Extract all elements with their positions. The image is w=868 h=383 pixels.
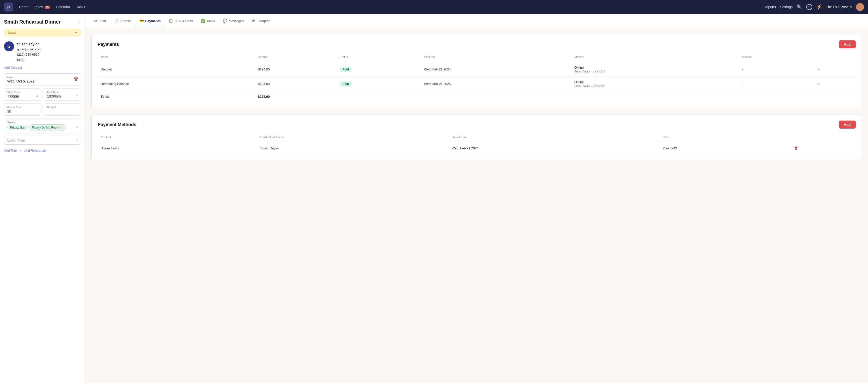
add-payment-button[interactable]: Add: [839, 40, 856, 48]
tab-email[interactable]: ✉ Email: [90, 17, 110, 25]
col-card: Card: [660, 134, 791, 142]
chevron-down-icon: ▾: [75, 31, 77, 34]
payments-card: Payments Add Name Amount Status Paid On …: [91, 34, 862, 108]
nav-inbox[interactable]: Inbox 65: [34, 5, 50, 9]
calendar-icon: 📅: [73, 77, 78, 82]
payment-methods-header: Payment Methods Add: [98, 120, 856, 129]
payments-title: Payments: [98, 42, 119, 47]
nav-tasks[interactable]: Tasks: [76, 5, 85, 9]
end-time-value: 10:00pm: [47, 94, 61, 98]
tab-content: Payments Add Name Amount Status Paid On …: [85, 28, 868, 172]
beo-icon: 📋: [169, 19, 173, 23]
pm-date-added: Wed, Feb 21 2024: [449, 142, 660, 154]
payment-reason: -: [739, 77, 814, 91]
payments-header: Payments Add: [98, 40, 856, 48]
top-navigation: p Home Inbox 65 Calendar Tasks Reports S…: [0, 0, 868, 14]
user-avatar[interactable]: [856, 3, 864, 11]
edit-icon: ✏: [817, 82, 820, 86]
nav-home[interactable]: Home: [19, 5, 28, 9]
event-type-value: Event Type: [7, 138, 25, 142]
contact-info: Susan Taylor gina@gmail.com (216) 533-96…: [17, 41, 41, 63]
tab-beo[interactable]: 📋 BEO & Docs: [165, 17, 196, 25]
add-tour-link[interactable]: Add Tour: [4, 149, 17, 152]
payment-amount: $124.00: [255, 62, 337, 77]
payment-reason: -: [739, 62, 814, 77]
chevron-down-icon: ▾: [37, 95, 38, 98]
sidebar-footer: Add Tour • Add Rehearsal: [4, 149, 81, 152]
contact-email: gina@gmail.com: [17, 47, 41, 52]
main-content: ✉ Email 📄 Propsal 💳 Payments 📋 BEO & Doc…: [85, 14, 868, 383]
date-field[interactable]: Date Wed, Oct 6, 2022 📅: [4, 73, 81, 85]
add-payment-method-button[interactable]: Add: [839, 120, 856, 129]
tasks-icon: ✅: [201, 19, 205, 23]
budget-field[interactable]: Budget: [44, 104, 81, 115]
event-sidebar: Smith Rehearsal Dinner ⋮ Lead ▾ G Susan …: [0, 14, 85, 383]
contact-name: Susan Taylor: [17, 41, 41, 47]
messages-icon: 💬: [223, 19, 227, 23]
contact-row: G Susan Taylor gina@gmail.com (216) 533-…: [4, 41, 81, 63]
payment-amount: $124.00: [255, 77, 337, 91]
tab-floorplan[interactable]: 🗺 Floorplan: [248, 17, 274, 25]
sidebar-menu-icon[interactable]: ⋮: [76, 19, 81, 25]
tab-messages[interactable]: 💬 Messages: [219, 17, 247, 25]
table-row: Remaining Balance $124.00 Paid Wed, Mar …: [98, 77, 856, 91]
space-field[interactable]: Space Private Bar Family Dining Room ⓘ ▾: [4, 118, 81, 133]
pm-contact: Susan Taylor: [98, 142, 257, 154]
delete-payment-method-button[interactable]: 🗑: [791, 142, 856, 154]
add-rehearsal-link[interactable]: Add Rehearsal: [24, 149, 46, 152]
space-label: Space: [7, 121, 78, 124]
trash-icon: 🗑: [794, 146, 798, 150]
chevron-down-icon: ▾: [76, 95, 78, 98]
tab-proposal[interactable]: 📄 Propsal: [111, 17, 135, 25]
payment-status: Paid: [337, 62, 421, 77]
payment-methods-card: Payment Methods Add Contact Cardholder N…: [91, 114, 862, 160]
email-icon: ✉: [94, 19, 97, 23]
group-size-label: Group Size: [7, 106, 38, 109]
tab-tasks[interactable]: ✅ Tasks: [197, 17, 218, 25]
payment-paid-on: Wed, Feb 21 2024: [421, 62, 571, 77]
chevron-down-icon: ▾: [76, 126, 78, 129]
tabs-bar: ✉ Email 📄 Propsal 💳 Payments 📋 BEO & Doc…: [85, 14, 868, 28]
date-label: Date: [7, 76, 78, 79]
payment-methods-table: Contact Cardholder Name Date Added Card …: [98, 134, 856, 154]
group-size-value: 30: [7, 109, 38, 113]
table-row: Deposit $124.00 Paid Wed, Feb 21 2024 On…: [98, 62, 856, 77]
search-icon[interactable]: 🔍: [797, 4, 802, 10]
payments-icon: 💳: [140, 19, 144, 23]
table-row: Susan Taylor Susan Taylor Wed, Feb 21 20…: [98, 142, 856, 154]
end-time-field[interactable]: End Time 10:00pm ▾: [44, 89, 81, 101]
col-contact: Contact: [98, 134, 257, 142]
inbox-badge: 65: [45, 6, 50, 9]
bolt-icon[interactable]: ⚡: [816, 4, 822, 10]
contact-avatar: G: [4, 41, 14, 51]
nav-reports[interactable]: Reports: [764, 5, 776, 9]
info-icon: ⓘ: [60, 125, 63, 129]
group-size-field[interactable]: Group Size 30: [4, 104, 41, 115]
tab-payments[interactable]: 💳 Payments: [136, 17, 164, 25]
pm-cardholder: Susan Taylor: [257, 142, 449, 154]
contact-phone: (216) 533-9660: [17, 52, 41, 58]
lead-status-badge[interactable]: Lead ▾: [4, 29, 81, 36]
edit-payment-button[interactable]: ✏: [814, 62, 856, 77]
chevron-down-icon: ▾: [76, 139, 78, 142]
start-time-value: 7:00pm: [7, 94, 19, 98]
nav-links: Home Inbox 65 Calendar Tasks: [19, 5, 757, 9]
col-paid-on: Paid On: [421, 54, 571, 62]
nav-settings[interactable]: Settings: [780, 5, 793, 9]
col-date-added: Date Added: [449, 134, 660, 142]
payment-methods-title: Payment Methods: [98, 122, 136, 127]
venue-selector[interactable]: The Lola Rose ▾: [826, 5, 852, 9]
add-contact-link[interactable]: Add Contact: [4, 66, 81, 69]
edit-payment-button[interactable]: ✏: [814, 77, 856, 91]
col-status: Status: [337, 54, 421, 62]
event-title: Smith Rehearsal Dinner: [4, 19, 61, 25]
app-logo[interactable]: p: [4, 2, 13, 11]
event-type-field[interactable]: Event Type ▾: [4, 136, 81, 145]
date-value: Wed, Oct 6, 2022: [7, 79, 78, 83]
start-time-field[interactable]: Start Time 7:00pm ▾: [4, 89, 41, 101]
nav-calendar[interactable]: Calendar: [56, 5, 70, 9]
contact-source: Meta: [17, 58, 41, 63]
space-tag-private-bar: Private Bar: [7, 125, 28, 130]
nav-right: Reports Settings 🔍 ? ⚡ The Lola Rose ▾: [764, 3, 864, 11]
help-icon[interactable]: ?: [806, 4, 812, 10]
